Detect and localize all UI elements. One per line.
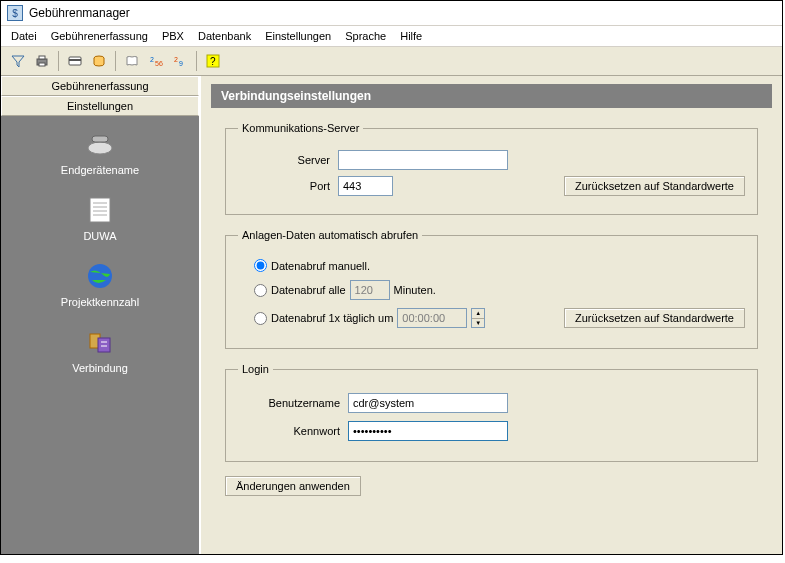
svg-rect-1: [39, 56, 45, 59]
svg-rect-21: [98, 338, 110, 352]
toolbar: 256 29 ?: [1, 47, 782, 76]
radio-daily-prefix: Datenabruf 1x täglich um: [271, 312, 393, 324]
numbers-icon[interactable]: 256: [145, 50, 167, 72]
legend-comm: Kommunikations-Server: [238, 122, 363, 134]
toolbar-separator: [196, 51, 197, 71]
server-label: Server: [238, 154, 338, 166]
svg-rect-13: [92, 136, 108, 142]
content: Gebührenerfassung Einstellungen Endgerät…: [1, 76, 782, 554]
sidebar-item-endgeraetename[interactable]: Endgerätename: [61, 128, 139, 176]
window-title: Gebührenmanager: [29, 6, 130, 20]
svg-text:9: 9: [179, 60, 183, 67]
menu-database[interactable]: Datenbank: [198, 30, 251, 42]
legend-retrieval: Anlagen-Daten automatisch abrufen: [238, 229, 422, 241]
book-icon[interactable]: [121, 50, 143, 72]
toolbar-separator: [58, 51, 59, 71]
password-input[interactable]: [348, 421, 508, 441]
reset-retrieval-button[interactable]: Zurücksetzen auf Standardwerte: [564, 308, 745, 328]
menu-pbx[interactable]: PBX: [162, 30, 184, 42]
password-label: Kennwort: [238, 425, 348, 437]
radio-daily[interactable]: [254, 312, 267, 325]
fieldset-comm-server: Kommunikations-Server Server Port Zurück…: [225, 122, 758, 215]
sidebar-item-label: Endgerätename: [61, 164, 139, 176]
port-input[interactable]: [338, 176, 393, 196]
sidebar-item-label: Verbindung: [72, 362, 128, 374]
fieldset-retrieval: Anlagen-Daten automatisch abrufen Datena…: [225, 229, 758, 349]
app-icon: $: [7, 5, 23, 21]
radio-manual-label: Datenabruf manuell.: [271, 260, 370, 272]
daily-time-input[interactable]: [397, 308, 467, 328]
svg-text:?: ?: [210, 56, 216, 67]
svg-rect-4: [69, 59, 81, 61]
apply-button[interactable]: Änderungen anwenden: [225, 476, 361, 496]
sidebar: Gebührenerfassung Einstellungen Endgerät…: [1, 76, 201, 554]
numbers2-icon[interactable]: 29: [169, 50, 191, 72]
menubar: Datei Gebührenerfassung PBX Datenbank Ei…: [1, 26, 782, 47]
panel-title: Verbindungseinstellungen: [211, 84, 772, 108]
menu-help[interactable]: Hilfe: [400, 30, 422, 42]
db-icon[interactable]: [88, 50, 110, 72]
menu-settings[interactable]: Einstellungen: [265, 30, 331, 42]
legend-login: Login: [238, 363, 273, 375]
main-panel: Verbindungseinstellungen Kommunikations-…: [201, 76, 782, 554]
panel-body: Kommunikations-Server Server Port Zurück…: [211, 108, 772, 546]
toolbar-separator: [115, 51, 116, 71]
titlebar: $ Gebührenmanager: [1, 1, 782, 26]
help-icon[interactable]: ?: [202, 50, 224, 72]
globe-icon: [84, 260, 116, 292]
app-window: $ Gebührenmanager Datei Gebührenerfassun…: [0, 0, 783, 555]
print-icon[interactable]: [31, 50, 53, 72]
radio-interval[interactable]: [254, 284, 267, 297]
tab-settings[interactable]: Einstellungen: [1, 96, 199, 116]
tab-charges[interactable]: Gebührenerfassung: [1, 76, 199, 96]
svg-text:56: 56: [155, 60, 163, 67]
username-input[interactable]: [348, 393, 508, 413]
server-input[interactable]: [338, 150, 508, 170]
radio-interval-prefix: Datenabruf alle: [271, 284, 346, 296]
sidebar-item-duwa[interactable]: DUWA: [83, 194, 116, 242]
svg-text:2: 2: [174, 56, 178, 63]
connection-icon: [84, 326, 116, 358]
svg-point-12: [88, 142, 112, 154]
sidebar-items: Endgerätename DUWA Projektkennzahl Verbi…: [1, 116, 199, 554]
port-label: Port: [238, 180, 338, 192]
phone-icon: [84, 128, 116, 160]
menu-file[interactable]: Datei: [11, 30, 37, 42]
radio-interval-suffix: Minuten.: [394, 284, 436, 296]
time-spinner[interactable]: ▲▼: [471, 308, 485, 328]
radio-manual[interactable]: [254, 259, 267, 272]
menu-language[interactable]: Sprache: [345, 30, 386, 42]
svg-text:2: 2: [150, 56, 154, 63]
sidebar-item-projektkennzahl[interactable]: Projektkennzahl: [61, 260, 139, 308]
sidebar-item-verbindung[interactable]: Verbindung: [72, 326, 128, 374]
fieldset-login: Login Benutzername Kennwort: [225, 363, 758, 462]
reset-comm-button[interactable]: Zurücksetzen auf Standardwerte: [564, 176, 745, 196]
interval-input[interactable]: [350, 280, 390, 300]
username-label: Benutzername: [238, 397, 348, 409]
menu-charges[interactable]: Gebührenerfassung: [51, 30, 148, 42]
document-icon: [84, 194, 116, 226]
svg-rect-14: [90, 198, 110, 222]
filter-icon[interactable]: [7, 50, 29, 72]
sidebar-item-label: DUWA: [83, 230, 116, 242]
sidebar-item-label: Projektkennzahl: [61, 296, 139, 308]
svg-rect-2: [39, 63, 45, 66]
card-icon[interactable]: [64, 50, 86, 72]
